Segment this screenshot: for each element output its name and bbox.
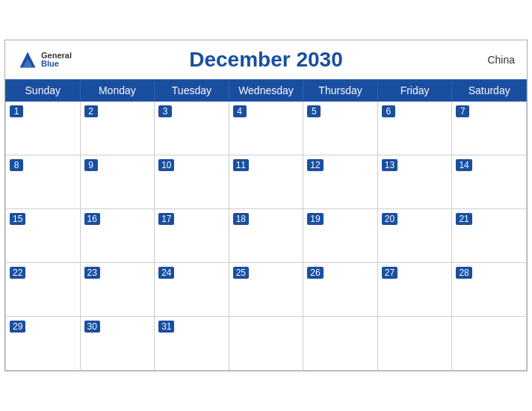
day-number: 15: [10, 213, 25, 225]
day-number: 4: [233, 105, 247, 117]
day-number: 9: [84, 159, 98, 171]
calendar-cell: 22: [6, 263, 81, 317]
day-number: 23: [84, 267, 100, 279]
header-monday: Monday: [80, 80, 155, 102]
calendar-cell: 21: [452, 209, 527, 263]
day-number: 13: [382, 159, 398, 171]
weekday-header-row: Sunday Monday Tuesday Wednesday Thursday…: [6, 80, 527, 102]
day-number: 10: [158, 159, 174, 171]
calendar-cell: 1: [6, 102, 81, 155]
calendar-cell: 24: [155, 263, 229, 317]
calendar-cell: 8: [6, 155, 81, 209]
day-number: 28: [456, 267, 471, 279]
header-thursday: Thursday: [303, 80, 378, 102]
calendar-cell: 26: [303, 263, 378, 317]
country-label: China: [487, 54, 515, 66]
day-number: 26: [307, 267, 323, 279]
calendar-cell: 23: [80, 263, 155, 317]
week-row-3: 15161718192021: [6, 209, 527, 263]
calendar-cell: 16: [80, 209, 155, 263]
calendar-cell: 3: [155, 102, 229, 155]
day-number: 27: [382, 267, 398, 279]
day-number: 17: [158, 213, 174, 225]
calendar-cell: 20: [377, 209, 452, 263]
calendar-cell: [452, 317, 527, 371]
generalblue-logo-icon: [17, 49, 38, 70]
day-number: 20: [382, 213, 398, 225]
day-number: 18: [233, 213, 249, 225]
day-number: 30: [84, 321, 100, 333]
calendar-cell: 27: [377, 263, 452, 317]
week-row-4: 22232425262728: [6, 263, 527, 317]
calendar-cell: 11: [229, 155, 303, 209]
calendar-cell: 25: [229, 263, 303, 317]
day-number: 31: [158, 321, 174, 333]
header-friday: Friday: [377, 80, 452, 102]
day-number: 12: [307, 159, 323, 171]
week-row-2: 891011121314: [6, 155, 527, 209]
calendar-cell: 15: [6, 209, 81, 263]
calendar-cell: 2: [80, 102, 155, 155]
calendar-cell: 6: [377, 102, 452, 155]
calendar-cell: 19: [303, 209, 378, 263]
day-number: 24: [158, 267, 174, 279]
day-number: 16: [84, 213, 100, 225]
logo-text: General Blue: [41, 52, 72, 68]
calendar-cell: [303, 317, 378, 371]
header-saturday: Saturday: [452, 80, 527, 102]
logo-area: General Blue: [17, 49, 72, 70]
day-number: 29: [10, 321, 25, 333]
calendar-grid: Sunday Monday Tuesday Wednesday Thursday…: [5, 79, 527, 371]
week-row-5: 293031: [6, 317, 527, 371]
day-number: 1: [10, 105, 23, 117]
calendar-cell: 14: [452, 155, 527, 209]
calendar-cell: 13: [377, 155, 452, 209]
calendar-header: General Blue December 2030 China: [5, 40, 527, 79]
day-number: 14: [456, 159, 471, 171]
calendar-cell: 4: [229, 102, 303, 155]
calendar-cell: 17: [155, 209, 229, 263]
week-row-1: 1234567: [6, 102, 527, 155]
calendar-cell: 10: [155, 155, 229, 209]
calendar-cell: 7: [452, 102, 527, 155]
calendar-cell: 29: [6, 317, 81, 371]
calendar-cell: 18: [229, 209, 303, 263]
day-number: 6: [382, 105, 395, 117]
calendar-container: General Blue December 2030 China Sunday …: [4, 40, 528, 371]
calendar-cell: 9: [80, 155, 155, 209]
calendar-cell: 12: [303, 155, 378, 209]
day-number: 2: [84, 105, 98, 117]
header-sunday: Sunday: [6, 80, 81, 102]
day-number: 7: [456, 105, 469, 117]
day-number: 25: [233, 267, 249, 279]
day-number: 3: [158, 105, 172, 117]
day-number: 22: [10, 267, 25, 279]
day-number: 8: [10, 159, 23, 171]
header-tuesday: Tuesday: [155, 80, 229, 102]
day-number: 19: [307, 213, 323, 225]
day-number: 5: [307, 105, 321, 117]
calendar-cell: 31: [155, 317, 229, 371]
day-number: 21: [456, 213, 471, 225]
calendar-cell: 28: [452, 263, 527, 317]
header-wednesday: Wednesday: [229, 80, 303, 102]
calendar-cell: 30: [80, 317, 155, 371]
calendar-cell: [229, 317, 303, 371]
day-number: 11: [233, 159, 249, 171]
calendar-body: 1234567891011121314151617181920212223242…: [6, 102, 527, 371]
calendar-cell: [377, 317, 452, 371]
logo-blue-text: Blue: [41, 60, 72, 68]
calendar-cell: 5: [303, 102, 378, 155]
calendar-title: December 2030: [189, 48, 342, 72]
